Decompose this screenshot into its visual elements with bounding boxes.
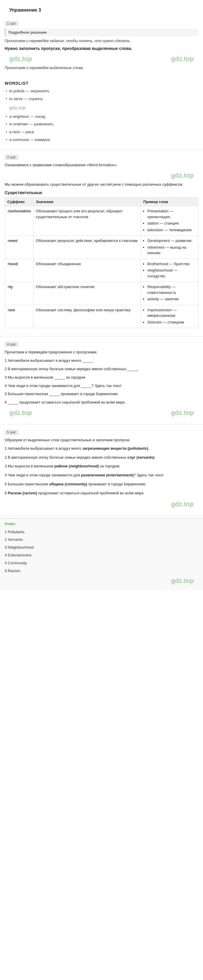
divider2 (0, 336, 203, 337)
table-row: -hoodОбозначает объединениеBrotherhood —… (5, 259, 198, 282)
step4-label: 4 шаг (5, 342, 18, 347)
answer-label: Ответ (5, 522, 198, 526)
step5-num: 6 (5, 491, 8, 495)
watermark-row2: gdz.top (5, 104, 198, 112)
word-formation-title: Существительные (5, 190, 198, 195)
list-item: a neighbour — сосед (5, 113, 198, 121)
answer-item: 1 Pollutants. (5, 528, 198, 536)
step3-label: 3 шаг (5, 154, 18, 160)
step5-item: 2 В викторианскую эпоху богатые семьи не… (5, 455, 198, 461)
step5-item: 5 Большая пакистанская община (community… (5, 481, 198, 487)
examples-cell: Responsibility — ответственностьactivity… (141, 282, 198, 305)
step4-item: 6 _____ продолжает оставаться серьёзной … (5, 399, 198, 406)
list-item: a race — раса (5, 128, 198, 136)
list-item: Responsibility — ответственность (147, 284, 196, 295)
answer-section: Ответ 1 Pollutants.2 Servants.3 Neighbou… (0, 518, 203, 590)
list-item: Brotherhood — братство (147, 261, 196, 267)
suffix-cell: -ment (5, 236, 33, 259)
examples-cell: Development — развитие;retirement — выхо… (141, 236, 198, 259)
list-item: a commune — коммуна (5, 136, 198, 144)
suffix-cell: -ion/ion/ation (5, 206, 33, 236)
meaning-cell: Обозначает результат действия, прибавляе… (33, 236, 141, 259)
watermark-row1: gdz.top gdz.top (5, 54, 198, 64)
answer-item: 6 Racism. (5, 567, 198, 575)
suffix-cell: -ity (5, 282, 33, 305)
step4-item: 2 В викторианскую эпоху богатые семьи не… (5, 366, 198, 372)
list-item: Presentation — презентация; (147, 208, 196, 220)
col-suffix: Суффикс (5, 197, 33, 206)
watermark-row5: gdz.top (5, 499, 198, 509)
step5-bold: община (community) (49, 482, 87, 486)
divider3 (0, 424, 203, 425)
table-row: -ismОбозначает систему, философию или не… (5, 305, 198, 328)
meaning-cell: Обозначают процесс или его результат, об… (33, 206, 141, 236)
step1-task: Нужно заполнить пропуски, преобразовав в… (5, 46, 198, 52)
step5-instruction: Образуем от выделенных слов существитель… (5, 437, 198, 443)
step5-bold: районе (neighbourhood) (54, 464, 99, 468)
step5-items: 1 Автомобили выбрасывают в воздух много … (5, 445, 198, 496)
step1-label: 1 шаг (5, 21, 18, 26)
table-row: -ion/ion/ationОбозначают процесс или его… (5, 206, 198, 236)
step1-header: Подробное решение (5, 29, 198, 36)
step5-bold: загрязняющих веществ (pollutants) (82, 446, 148, 450)
list-item: station — станция; (147, 221, 196, 226)
step4-section: 4 шаг Прочитаем и переведём предложения … (0, 339, 203, 422)
step5-bold: слуг (servants) (127, 455, 155, 460)
answer-item: 3 Neighbourhood. (5, 544, 198, 552)
list-item: activity — занятие (147, 296, 196, 302)
step5-item: 1 Автомобили выбрасывают в воздух много … (5, 445, 198, 452)
step1-section: 1 шаг Подробное решение Прочитаем и пере… (0, 18, 203, 75)
list-item: to serve — служить (5, 95, 198, 103)
step3-section: 3 шаг Ознакомимся с правилами словообраз… (0, 152, 203, 334)
page-title-section: Упражнение 3 (0, 0, 203, 18)
col-examples: Пример слов (141, 197, 198, 206)
wordlist-section: WORDLIST to pollute — загрязнять to serv… (0, 75, 203, 147)
watermark-right1: gdz.top (171, 55, 194, 63)
step4-item: 4 Чем люди в этом городе занимаются для … (5, 383, 198, 389)
examples-cell: Impressionism — импрессионизм;Stoicism —… (141, 305, 198, 328)
step1-instruction: Прочитаем и переведём задание, чтобы пон… (5, 38, 198, 44)
step5-bold: развлечения (entertainment) (81, 473, 134, 477)
list-item: neighbourhood — соседство (147, 267, 196, 279)
page-title: Упражнение 3 (5, 3, 198, 15)
step5-item: 6 Расизм (racism) продолжает оставаться … (5, 490, 198, 496)
step4-item: 3 Мы выросли в маленьком _____ за городо… (5, 374, 198, 381)
watermark-r3: gdz.top (171, 172, 194, 179)
step5-num: 2 (5, 455, 8, 460)
suffix-cell: -ism (5, 305, 33, 328)
col-meaning: Значение (33, 197, 141, 206)
list-item: Development — развитие; (147, 238, 196, 244)
step3-instruction: Ознакомимся с правилами словообразования… (5, 162, 198, 168)
step5-item: 4 Чем люди в этом городе занимаются для … (5, 472, 198, 478)
watermark-r4: gdz.top (171, 409, 194, 417)
divider4 (0, 515, 203, 516)
watermark-row6: gdz.top (5, 576, 198, 586)
step1-note: Прочитаем и переведём выделенные слова. (5, 65, 198, 71)
step5-item: 3 Мы выросли в маленьком районе (neighbo… (5, 463, 198, 469)
list-item: to pollute — загрязнять (5, 88, 198, 95)
step4-items: 1 Автомобили выбрасывают в воздух много … (5, 358, 198, 406)
table-row: -ityОбозначает абстрактное понятиеRespon… (5, 282, 198, 305)
step4-item: 5 Большая пакистанская _____ проживает в… (5, 391, 198, 397)
watermark-wl-left: gdz.top (9, 105, 26, 111)
list-item: Impressionism — импрессионизм; (147, 307, 196, 318)
watermark-l4: gdz.top (9, 409, 32, 417)
suffix-table: Суффикс Значение Пример слов -ion/ion/at… (5, 197, 198, 328)
step5-num: 1 (5, 446, 8, 450)
step5-num: 4 (5, 473, 8, 477)
list-item: television — телевидение (147, 227, 196, 233)
answer-items: 1 Pollutants.2 Servants.3 Neighbourhood.… (5, 528, 198, 575)
answer-item: 4 Entertainment. (5, 552, 198, 559)
watermark-left1: gdz.top (9, 55, 32, 63)
step5-num: 5 (5, 482, 8, 486)
list-item: retirement — выход на пенсию (147, 245, 196, 256)
examples-cell: Brotherhood — братствоneighbourhood — со… (141, 259, 198, 282)
watermark-row4: gdz.top gdz.top (5, 408, 198, 418)
step4-item: 1 Автомобили выбрасывают в воздух много … (5, 358, 198, 364)
divider1 (0, 149, 203, 150)
answer-item: 2 Servants. (5, 536, 198, 544)
step5-section: 5 шаг Образуем от выделенных слов сущест… (0, 427, 203, 513)
step3-note: Мы можем образовывать существительные от… (5, 181, 198, 188)
suffix-cell: -hood (5, 259, 33, 282)
list-item: Stoicism — стоицизм (147, 320, 196, 325)
